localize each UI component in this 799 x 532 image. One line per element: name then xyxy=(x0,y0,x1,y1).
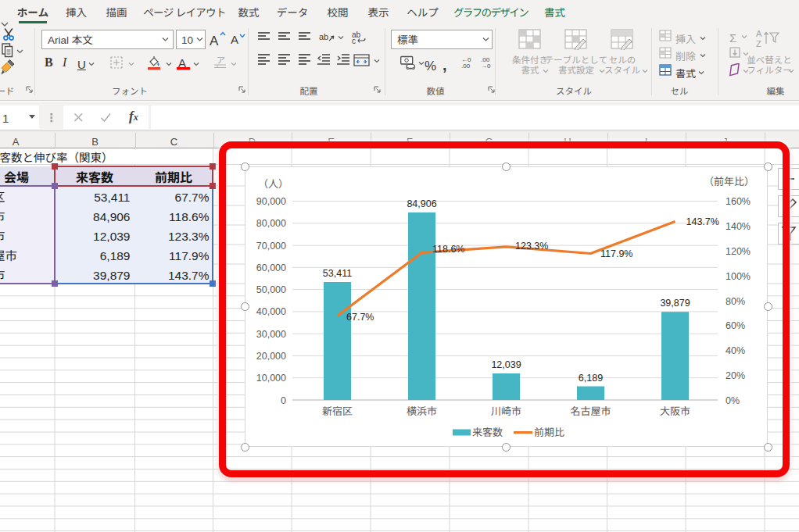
svg-text:Z: Z xyxy=(756,37,761,48)
svg-text:.00: .00 xyxy=(461,61,471,69)
svg-text:→0: →0 xyxy=(481,61,491,69)
svg-text:c: c xyxy=(352,34,356,45)
svg-text:ab: ab xyxy=(319,30,328,42)
